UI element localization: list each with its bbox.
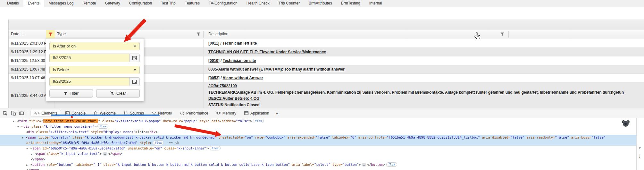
devtools-tab-memory[interactable]: Memory — [213, 110, 239, 116]
flex-badge[interactable]: flex — [210, 146, 221, 150]
cell-description: TECHNICIAN ON SITE ELE: Elevator Under S… — [203, 48, 326, 56]
devtools-tab-label: Performance — [186, 111, 208, 115]
collapsed-content-pill[interactable]: … — [103, 152, 107, 156]
event-code-link[interactable]: 0011 — [210, 41, 218, 46]
dom-tree-line[interactable]: ▼<div class="k-filter-menu-container">fl… — [0, 124, 636, 129]
flex-badge[interactable]: flex — [153, 140, 164, 145]
event-code-link[interactable]: 0053 — [210, 76, 218, 80]
operator-dropdown-2[interactable]: Is Before — [49, 66, 140, 74]
cell-description: [0011] / Technician left site — [203, 39, 257, 47]
operator-dropdown-1[interactable]: Is After or on — [49, 42, 140, 50]
dom-tree-line[interactable]: ▶<button role="button" tabindex="-1" cla… — [0, 162, 636, 167]
dom-tree-line[interactable]: ▼<span id="b8a50fc5-fd9a-4a86-b56a-5ece4… — [0, 146, 636, 151]
styles-fragment: } — [639, 154, 641, 158]
app-tab-remote[interactable]: Remote — [78, 0, 100, 7]
date-value-1[interactable]: 8/23/2025 — [49, 54, 129, 62]
app-tab-test-trip[interactable]: Test Trip — [156, 0, 180, 7]
flex-badge[interactable]: flex — [97, 124, 108, 129]
date-filter-popup: Is After or on 8/23/2025 Is Before 9/23/… — [46, 38, 144, 101]
expand-arrow-icon[interactable]: ▼ — [22, 135, 26, 140]
flex-badge[interactable]: flex — [386, 162, 397, 167]
calendar-icon — [132, 55, 137, 60]
date-filter-button[interactable] — [46, 30, 55, 38]
event-link[interactable]: TECHNICIAN ON SITE ELE: Elevator Under S… — [208, 50, 326, 54]
dom-tree-line[interactable]: <div class="k-filter-help-text" style="d… — [0, 129, 636, 135]
dom-tree-line[interactable]: </span> — [0, 157, 636, 162]
app-tab-gateway[interactable]: Gateway — [100, 0, 124, 7]
funnel-icon — [64, 92, 67, 95]
collapsed-content-pill[interactable]: … — [362, 163, 366, 166]
grid-header-row: Date↓ Type Description — [9, 30, 644, 39]
app-tab-ta-configuration[interactable]: TA-Configuration — [204, 0, 242, 7]
expand-arrow-icon[interactable]: ▼ — [13, 119, 17, 124]
dom-tree-line[interactable]: ▼<form title="Show items with value that… — [0, 118, 636, 124]
device-toolbar-icon[interactable] — [10, 110, 17, 116]
calendar-button[interactable] — [129, 54, 140, 62]
techremark-link[interactable]: TECHREMARK:Anlage AB im 4. OG, Fehlerspe… — [208, 89, 624, 96]
flex-badge[interactable]: flex — [253, 119, 264, 123]
panel-layout-icon[interactable] — [18, 110, 25, 116]
app-tab-trip-counter[interactable]: Trip Counter — [274, 0, 304, 7]
description-filter-icon[interactable] — [500, 32, 504, 36]
toolbar-separator — [28, 111, 28, 116]
app-tab-brmtesting[interactable]: BrmTesting — [337, 0, 365, 7]
devtools-tab-label: Network — [158, 111, 172, 115]
clear-button[interactable]: Clear — [96, 89, 140, 98]
devtools-tab-application[interactable]: Application — [241, 110, 272, 116]
elements-dom-tree: ▼<form title="Show items with value that… — [0, 118, 636, 170]
filter-button[interactable]: Filter — [49, 89, 93, 98]
application-icon — [244, 111, 249, 115]
app-tab-events[interactable]: Events — [23, 0, 44, 7]
app-tab-messages-log[interactable]: Messages Log — [44, 0, 78, 7]
chevron-down-icon — [134, 46, 136, 47]
blue-indicator-bar[interactable] — [51, 115, 160, 116]
column-separator — [508, 31, 509, 38]
app-tab-features[interactable]: Features — [180, 0, 204, 7]
inspect-element-icon[interactable] — [2, 110, 9, 116]
code-icon: </> — [34, 111, 40, 115]
column-separator — [203, 31, 204, 38]
app-tab-health-check[interactable]: Health Check — [242, 0, 274, 7]
app-tab-internal[interactable]: Internal — [365, 0, 387, 7]
app-tab-configuration[interactable]: Configuration — [125, 0, 156, 7]
date-value-2[interactable]: 9/23/2025 — [49, 77, 129, 86]
dom-tree-line[interactable]: ▼<span title="Operator" class="k-picker … — [0, 135, 636, 140]
styles-pane-sliver: e } — [636, 118, 644, 170]
devtools-tab-performance[interactable]: Performance — [177, 110, 212, 116]
date-input-1[interactable]: 8/23/2025 — [49, 54, 140, 62]
type-filter-icon[interactable] — [197, 32, 200, 36]
grid-toolbar — [9, 20, 644, 30]
funnel-icon — [48, 32, 53, 36]
desc1-link[interactable]: DESC1:Außer Betrieb; 4.OG — [208, 96, 624, 102]
event-link[interactable]: Technician left site — [222, 41, 257, 46]
expand-arrow-icon[interactable]: ▶ — [26, 162, 30, 168]
column-header-type[interactable]: Type — [57, 32, 66, 36]
calendar-icon — [132, 79, 137, 84]
column-header-date[interactable]: Date↓ — [11, 32, 24, 36]
job-link[interactable]: JOB#:75022109 — [208, 83, 624, 89]
devtools-toolbar: </>ElementsConsoleWelcomeSourcesNetworkP… — [0, 108, 644, 118]
event-link[interactable]: Technician on site — [223, 58, 256, 63]
expand-arrow-icon[interactable]: ▶ — [31, 151, 35, 157]
devtools-tab-label: Application — [250, 111, 269, 115]
app-window: DetailsEventsMessages LogRemoteGatewayCo… — [0, 0, 644, 170]
column-separator — [55, 31, 55, 38]
expand-arrow-icon[interactable]: ▼ — [26, 146, 30, 151]
app-tab-brmattributes[interactable]: BrmAttributes — [304, 0, 337, 7]
add-tab-button[interactable]: + — [273, 110, 281, 116]
cell-description: [0010] / Technician on site — [203, 56, 256, 65]
calendar-button[interactable] — [129, 77, 140, 86]
cell-description: [0053] / Alarm without Answer — [203, 74, 263, 82]
column-header-description[interactable]: Description — [208, 32, 229, 36]
event-link[interactable]: Alarm without Answer — [222, 76, 263, 80]
cell-description: 0035-Alarm without answer (ETMA/TAM): To… — [203, 65, 345, 73]
date-input-2[interactable]: 9/23/2025 — [49, 77, 140, 86]
dom-tree-line[interactable]: ▶<span class="k-input-value-text">…</spa… — [0, 151, 636, 157]
event-code-link[interactable]: 0010 — [210, 58, 218, 63]
sort-descending-icon: ↓ — [22, 32, 24, 36]
expand-arrow-icon[interactable]: ▼ — [17, 124, 21, 130]
app-tab-details[interactable]: Details — [3, 0, 23, 7]
dom-tree-line[interactable]: aria-describedby="b8a50fc5-fd9a-4a86-b56… — [0, 140, 636, 146]
dom-tree-line[interactable]: </span> — [0, 167, 636, 170]
event-link[interactable]: 0035-Alarm without answer (ETMA/TAM): To… — [208, 67, 345, 72]
